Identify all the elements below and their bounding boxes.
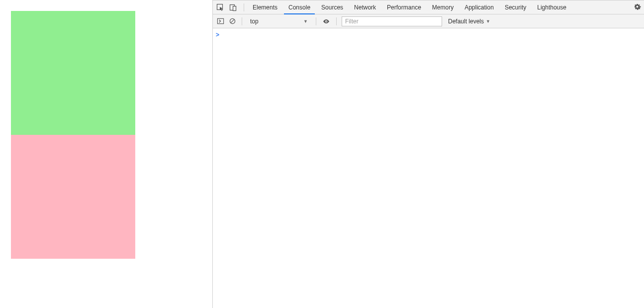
green-box [11, 11, 135, 135]
toggle-console-sidebar-icon[interactable] [216, 17, 225, 26]
rendered-page-pane [0, 0, 213, 308]
dropdown-triangle-icon: ▼ [303, 19, 308, 24]
tab-memory[interactable]: Memory [427, 0, 459, 14]
settings-gear-icon[interactable] [631, 3, 644, 12]
device-toolbar-icon[interactable] [229, 3, 238, 12]
prompt-caret-icon: > [216, 31, 219, 38]
divider [316, 17, 316, 25]
context-label: top [250, 18, 259, 25]
console-output-area[interactable]: > [213, 28, 644, 308]
log-levels-selector[interactable]: Default levels ▼ [445, 18, 493, 25]
live-expression-eye-icon[interactable] [321, 16, 331, 26]
console-filter-input[interactable] [342, 16, 442, 26]
divider [336, 17, 337, 25]
divider [242, 17, 242, 25]
svg-point-6 [326, 20, 327, 21]
page-content [11, 11, 135, 259]
console-prompt-line[interactable]: > [216, 30, 641, 39]
dropdown-triangle-icon: ▼ [486, 19, 490, 24]
tab-sources[interactable]: Sources [316, 0, 349, 14]
clear-console-icon[interactable] [228, 17, 237, 26]
svg-line-5 [230, 19, 234, 23]
tab-network[interactable]: Network [349, 0, 381, 14]
divider [244, 3, 244, 11]
inspect-element-icon[interactable] [216, 3, 225, 12]
context-selector[interactable]: top ▼ [247, 17, 311, 26]
tab-list: Elements Console Sources Network Perform… [247, 0, 572, 14]
tab-lighthouse[interactable]: Lighthouse [532, 0, 572, 14]
devtools-panel: Elements Console Sources Network Perform… [213, 0, 644, 308]
tab-security[interactable]: Security [499, 0, 532, 14]
tab-elements[interactable]: Elements [247, 0, 283, 14]
tab-console[interactable]: Console [283, 0, 316, 14]
pink-box [11, 135, 135, 259]
tab-application[interactable]: Application [459, 0, 499, 14]
levels-label: Default levels [448, 18, 484, 25]
svg-rect-2 [233, 6, 236, 10]
console-toolbar: top ▼ Default levels ▼ [213, 14, 644, 28]
tab-performance[interactable]: Performance [381, 0, 427, 14]
devtools-tabs-bar: Elements Console Sources Network Perform… [213, 0, 644, 14]
